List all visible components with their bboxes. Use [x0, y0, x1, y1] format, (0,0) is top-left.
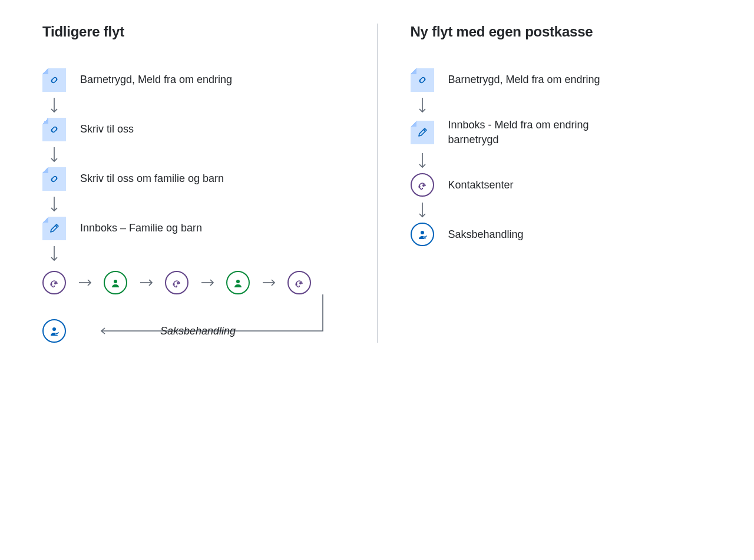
arrow-down-icon — [42, 240, 66, 266]
headset-icon — [42, 271, 66, 294]
result-row: Saksbehandling — [42, 319, 66, 343]
arrow-right-icon — [73, 271, 97, 294]
title-new-flow: Ny flyt med egen postkasse — [411, 24, 712, 40]
arrow-down-icon — [411, 92, 434, 118]
step-label: Innboks - Meld fra om endring barnetrygd — [448, 118, 613, 147]
step-node: Kontaktsenter — [411, 173, 514, 197]
step-node: Innboks - Meld fra om endring barnetrygd — [411, 118, 613, 147]
step-node: Barnetrygd, Meld fra om endring — [411, 68, 600, 92]
step-label: Innboks – Familie og barn — [80, 221, 202, 236]
step-label: Barnetrygd, Meld fra om endring — [448, 72, 600, 87]
result-label: Saksbehandling — [160, 325, 236, 337]
arrow-down-icon — [411, 147, 434, 173]
headset-icon — [287, 271, 311, 294]
link-icon — [42, 167, 66, 191]
link-icon — [42, 118, 66, 141]
step-node: Innboks – Familie og barn — [42, 217, 202, 240]
arrow-down-icon — [42, 92, 66, 118]
new-flow-steps: Barnetrygd, Meld fra om endring Innboks … — [411, 68, 712, 246]
step-label: Barnetrygd, Meld fra om endring — [80, 72, 232, 87]
person-icon — [226, 271, 250, 294]
diagram-canvas: Tidligere flyt Barnetrygd, Meld fra om e… — [0, 0, 754, 376]
column-new-flow: Ny flyt med egen postkasse Barnetrygd, M… — [411, 24, 712, 343]
step-label: Skriv til oss om familie og barn — [80, 171, 224, 186]
arrow-right-icon — [196, 271, 219, 294]
headset-icon — [411, 173, 434, 197]
caseworker-icon — [411, 223, 434, 246]
pencil-icon — [42, 217, 66, 240]
title-previous-flow: Tidligere flyt — [42, 24, 344, 40]
arrow-down-icon — [42, 191, 66, 217]
step-label: Skriv til oss — [80, 122, 134, 137]
arrow-down-icon — [42, 141, 66, 167]
step-label: Kontaktsenter — [448, 178, 514, 193]
person-icon — [104, 271, 127, 294]
previous-flow-steps: Barnetrygd, Meld fra om endring Skriv ti… — [42, 68, 344, 343]
arrow-down-icon — [411, 197, 434, 223]
step-node: Barnetrygd, Meld fra om endring — [42, 68, 232, 92]
step-node: Skriv til oss om familie og barn — [42, 167, 224, 191]
routing-chain — [42, 271, 311, 294]
step-node: Skriv til oss — [42, 118, 134, 141]
caseworker-icon — [42, 319, 66, 343]
step-label: Saksbehandling — [448, 227, 524, 242]
step-node: Saksbehandling — [411, 223, 524, 246]
arrow-right-icon — [134, 271, 158, 294]
headset-icon — [165, 271, 188, 294]
column-previous-flow: Tidligere flyt Barnetrygd, Meld fra om e… — [42, 24, 378, 343]
link-icon — [411, 68, 434, 92]
pencil-icon — [411, 121, 434, 144]
link-icon — [42, 68, 66, 92]
arrow-right-icon — [257, 271, 280, 294]
